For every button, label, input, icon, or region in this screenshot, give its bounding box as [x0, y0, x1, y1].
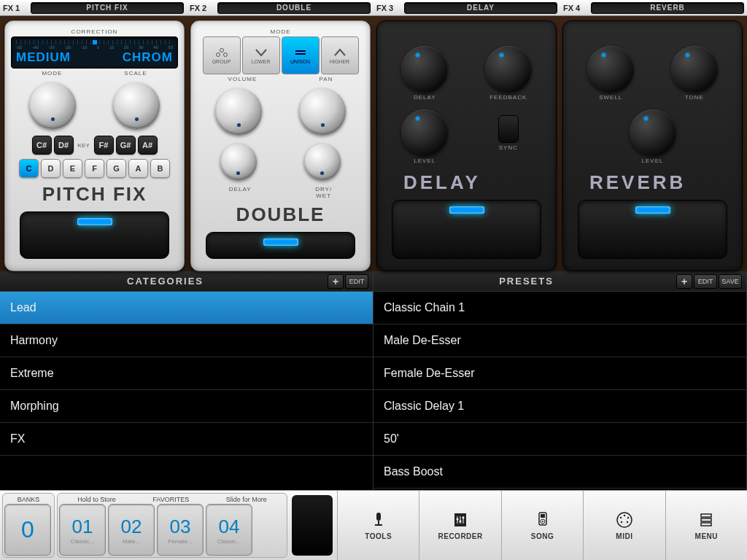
pedal-title: DOUBLE: [197, 201, 364, 229]
svg-point-22: [627, 517, 629, 518]
lcd-mode: MEDIUM: [16, 50, 71, 65]
presets-column: PRESETS + EDIT SAVE Classic Chain 1 Male…: [374, 271, 747, 490]
list-item[interactable]: Classic Chain 1: [374, 292, 746, 324]
list-item[interactable]: Lead: [0, 292, 373, 324]
fx-slot-2[interactable]: FX 2DOUBLE: [187, 0, 374, 15]
list-item[interactable]: Male De-Esser: [374, 324, 746, 357]
pedal-delay: DELAY FEEDBACK LEVEL SYNC DELAY: [376, 20, 557, 271]
menu-button[interactable]: MENU: [665, 491, 747, 560]
key-d[interactable]: D: [41, 159, 61, 178]
pedal-title: REVERB: [569, 168, 736, 197]
mode-lower[interactable]: LOWER: [242, 36, 280, 74]
delay-time-knob[interactable]: [401, 46, 448, 93]
presets-list[interactable]: Classic Chain 1 Male De-Esser Female De-…: [374, 292, 746, 490]
mini-footswitch[interactable]: [292, 495, 333, 556]
footswitch[interactable]: [578, 200, 727, 259]
mode-group[interactable]: GROUP: [203, 36, 241, 74]
svg-point-23: [621, 521, 622, 523]
mode-unison[interactable]: UNISON: [282, 36, 320, 74]
svg-point-0: [220, 48, 223, 52]
recorder-button[interactable]: RECORDER: [419, 491, 500, 560]
key-a[interactable]: A: [128, 159, 148, 178]
feedback-knob[interactable]: [485, 46, 532, 93]
list-item[interactable]: Bass Boost: [374, 456, 746, 489]
level-knob[interactable]: [401, 109, 448, 156]
key-g[interactable]: G: [107, 159, 126, 178]
svg-point-21: [620, 517, 622, 518]
led-icon: [635, 206, 670, 214]
key-c[interactable]: C: [19, 159, 39, 178]
swell-knob[interactable]: [587, 46, 634, 93]
pedal-double: MODE GROUP LOWER UNISON HIGHER VOLUMEPAN…: [190, 20, 371, 271]
tone-knob[interactable]: [671, 46, 718, 93]
lcd-scale: CHROM: [123, 50, 173, 65]
key-f-sharp[interactable]: F#: [94, 136, 114, 155]
fx-slot-3[interactable]: FX 3DELAY: [374, 0, 560, 15]
list-item[interactable]: Female De-Esser: [374, 357, 746, 390]
mode-knob[interactable]: [29, 82, 76, 129]
pedal-title: DELAY: [383, 168, 550, 197]
svg-rect-16: [541, 514, 545, 518]
edit-preset-button[interactable]: EDIT: [694, 274, 717, 289]
svg-rect-25: [701, 514, 711, 517]
scale-knob[interactable]: [113, 82, 160, 129]
svg-rect-26: [701, 518, 711, 521]
key-g-sharp[interactable]: G#: [116, 136, 136, 155]
drywet-knob[interactable]: [304, 144, 341, 180]
midi-button[interactable]: MIDI: [583, 491, 665, 560]
save-preset-button[interactable]: SAVE: [719, 274, 742, 289]
add-category-button[interactable]: +: [328, 274, 344, 289]
favorite-slot-1[interactable]: 01Classic...: [59, 504, 106, 556]
white-keys: C D E F G A B: [11, 157, 178, 180]
mode-higher[interactable]: HIGHER: [321, 36, 359, 74]
list-item[interactable]: FX: [0, 423, 373, 456]
svg-point-13: [460, 521, 462, 523]
fx-slot-4[interactable]: FX 4REVERB: [560, 0, 747, 15]
svg-point-14: [462, 517, 465, 519]
list-item[interactable]: Morphing: [0, 390, 373, 423]
key-f[interactable]: F: [85, 159, 104, 178]
svg-point-24: [627, 521, 628, 523]
categories-list[interactable]: Lead Harmony Extreme Morphing FX: [0, 292, 373, 490]
key-e[interactable]: E: [63, 159, 82, 178]
favorite-slot-3[interactable]: 03Female...: [157, 504, 204, 556]
pedal-title: PITCH FIX: [11, 180, 178, 209]
footswitch[interactable]: [206, 232, 355, 259]
list-item[interactable]: Extreme: [0, 357, 373, 390]
favorite-slot-4[interactable]: 04Classic...: [206, 504, 252, 556]
key-d-sharp[interactable]: D#: [54, 136, 74, 155]
key-c-sharp[interactable]: C#: [32, 136, 52, 155]
edit-category-button[interactable]: EDIT: [345, 274, 368, 289]
list-item[interactable]: Classic Delay 1: [374, 390, 746, 423]
fx-slot-1[interactable]: FX 1PITCH FIX: [0, 0, 187, 15]
svg-point-1: [216, 52, 220, 56]
favorite-slot-2[interactable]: 02Male...: [108, 504, 155, 556]
footswitch[interactable]: [20, 211, 169, 259]
browser-panel: CATEGORIES + EDIT Lead Harmony Extreme M…: [0, 271, 747, 490]
lcd-display: -50-40-30-20-1001020304050 MEDIUMCHROM: [11, 36, 178, 69]
list-item[interactable]: 50': [374, 423, 746, 456]
correction-label: CORRECTION: [11, 27, 178, 36]
bottom-toolbar: BANKS 0 Hold to StoreFAVORITESSlide for …: [0, 490, 747, 560]
svg-point-12: [457, 518, 459, 521]
key-b[interactable]: B: [150, 159, 170, 178]
reverb-level-knob[interactable]: [630, 109, 676, 156]
led-icon: [449, 206, 484, 214]
pedal-pitch-fix: CORRECTION -50-40-30-20-1001020304050 ME…: [4, 20, 185, 271]
delay-knob[interactable]: [220, 144, 257, 180]
song-button[interactable]: SONG: [501, 491, 583, 560]
sync-button[interactable]: [498, 115, 519, 143]
add-preset-button[interactable]: +: [676, 274, 692, 289]
banks-button[interactable]: 0: [4, 504, 51, 556]
categories-title: CATEGORIES: [4, 276, 326, 287]
pan-knob[interactable]: [299, 88, 346, 135]
svg-point-20: [624, 515, 625, 516]
presets-title: PRESETS: [378, 276, 675, 287]
footswitch[interactable]: [392, 200, 541, 259]
list-item[interactable]: Harmony: [0, 324, 373, 357]
list-item[interactable]: Arena: [374, 489, 746, 490]
svg-rect-27: [701, 523, 711, 526]
volume-knob[interactable]: [215, 88, 262, 135]
tools-button[interactable]: TOOLS: [337, 491, 419, 560]
key-a-sharp[interactable]: A#: [138, 136, 158, 155]
